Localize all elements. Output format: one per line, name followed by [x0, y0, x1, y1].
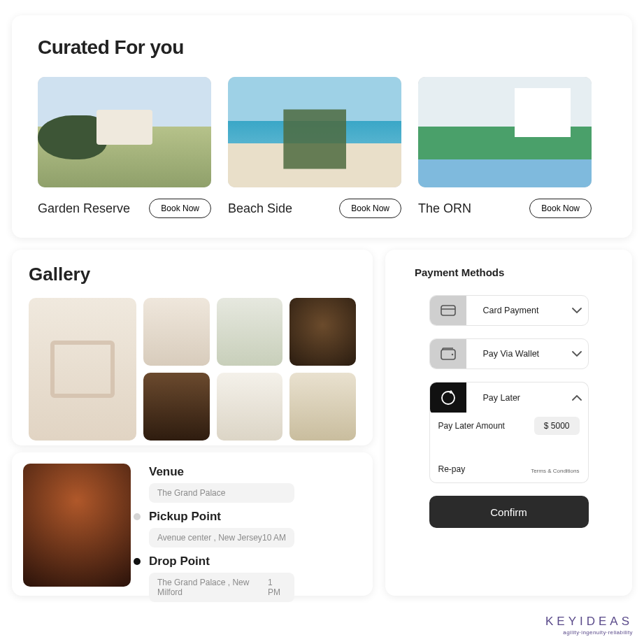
gallery-thumbnails	[143, 298, 356, 441]
venue-fields: Venue The Grand Palace Pickup Point Aven…	[149, 464, 356, 585]
gallery-section: Gallery	[12, 250, 373, 445]
curated-title: Beach Side	[228, 201, 292, 216]
book-now-button[interactable]: Book Now	[529, 199, 592, 218]
curated-item-orn: The ORN Book Now	[418, 77, 592, 218]
drop-time: 1 PM	[268, 578, 286, 597]
pickup-value: Avenue center , New Jersey	[157, 533, 262, 543]
pay-later-amount-label: Pay Later Amount	[438, 421, 505, 431]
payment-method-label: Pay Later	[466, 393, 566, 403]
payment-method-label: Pay Via Wallet	[466, 349, 566, 359]
terms-link[interactable]: Terms & Conditions	[531, 468, 579, 474]
payment-heading: Payment Methods	[415, 266, 611, 278]
venue-value: The Grand Palace	[157, 488, 225, 498]
venue-image[interactable]	[23, 464, 131, 587]
gallery-thumb[interactable]	[289, 373, 356, 441]
book-now-button[interactable]: Book Now	[149, 199, 211, 218]
drop-row: Drop Point The Grand Palace , New Milfor…	[149, 554, 356, 602]
curated-section: Curated For you Garden Reserve Book Now …	[12, 15, 632, 238]
svg-rect-0	[441, 306, 455, 315]
payment-method-wallet[interactable]: Pay Via Wallet	[429, 338, 589, 369]
venue-section: Venue The Grand Palace Pickup Point Aven…	[12, 452, 373, 596]
curated-image-beach[interactable]	[228, 77, 401, 187]
drop-input[interactable]: The Grand Palace , New Milford 1 PM	[149, 573, 294, 602]
book-now-button[interactable]: Book Now	[339, 199, 401, 218]
repay-link[interactable]: Re-pay	[438, 464, 466, 474]
svg-point-4	[442, 392, 455, 404]
pickup-input[interactable]: Avenue center , New Jersey 10 AM	[149, 528, 294, 548]
curated-title: Garden Reserve	[38, 201, 130, 216]
brand-name: KEYIDEAS	[545, 615, 633, 629]
confirm-button[interactable]: Confirm	[429, 496, 589, 528]
curated-item-garden: Garden Reserve Book Now	[38, 77, 211, 218]
gallery-heading: Gallery	[29, 264, 356, 285]
chevron-down-icon	[566, 351, 588, 357]
curated-heading: Curated For you	[38, 36, 606, 59]
pay-later-amount-value: $ 5000	[534, 417, 580, 435]
curated-image-garden[interactable]	[38, 77, 211, 187]
drop-value: The Grand Palace , New Milford	[157, 578, 268, 597]
gallery-grid	[29, 298, 356, 441]
chevron-down-icon	[566, 308, 588, 313]
drop-label: Drop Point	[149, 554, 210, 568]
brand-footer: KEYIDEAS agility·ingenuity·reliability	[545, 615, 633, 636]
pickup-row: Pickup Point Avenue center , New Jersey …	[149, 510, 356, 548]
payment-section: Payment Methods Card Payment Pay Via Wal…	[385, 250, 632, 596]
payment-method-label: Card Payment	[466, 306, 566, 315]
gallery-thumb[interactable]	[217, 298, 283, 366]
svg-point-3	[451, 354, 452, 355]
curated-image-orn[interactable]	[418, 77, 592, 187]
gallery-thumb[interactable]	[289, 298, 356, 366]
curated-title: The ORN	[418, 201, 471, 216]
chevron-up-icon	[566, 395, 588, 401]
curated-row: Garden Reserve Book Now Beach Side Book …	[38, 77, 606, 218]
gallery-thumb[interactable]	[217, 373, 283, 441]
card-icon	[430, 295, 466, 326]
gallery-thumb[interactable]	[143, 373, 210, 441]
gallery-thumb[interactable]	[143, 298, 210, 366]
pay-later-icon	[430, 382, 466, 413]
venue-input[interactable]: The Grand Palace	[149, 483, 294, 503]
gallery-feature-image[interactable]	[29, 298, 136, 441]
brand-tagline: agility·ingenuity·reliability	[545, 629, 633, 636]
pickup-dot-icon	[134, 513, 141, 520]
wallet-icon	[430, 338, 466, 369]
pay-later-panel: Pay Later Amount $ 5000 Re-pay Terms & C…	[429, 407, 589, 483]
payment-method-card[interactable]: Card Payment	[429, 295, 589, 326]
drop-dot-icon	[134, 558, 141, 565]
venue-row: Venue The Grand Palace	[149, 465, 356, 503]
venue-label: Venue	[149, 465, 184, 479]
pickup-label: Pickup Point	[149, 510, 221, 524]
curated-item-beach: Beach Side Book Now	[228, 77, 401, 218]
pickup-time: 10 AM	[262, 533, 286, 543]
